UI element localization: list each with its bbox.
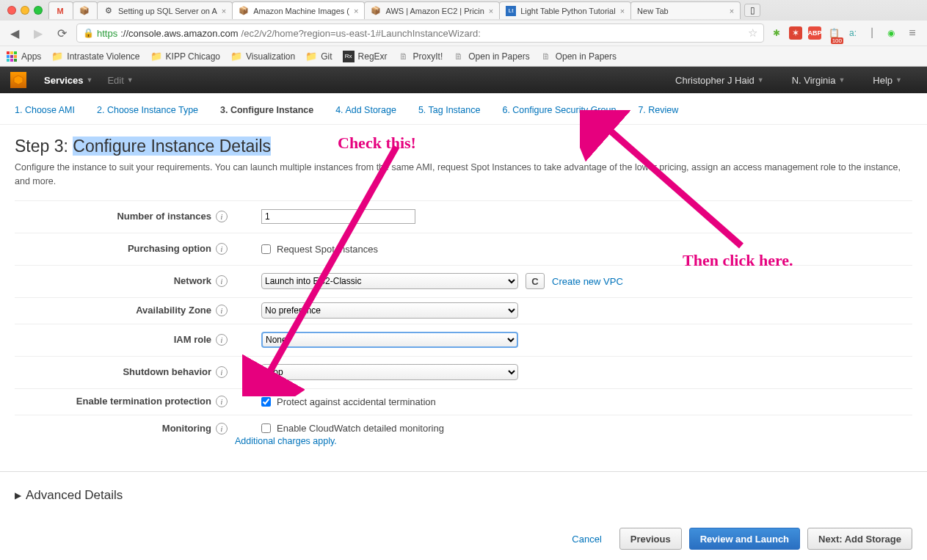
info-icon[interactable]: i <box>216 423 228 434</box>
shutdown-label: Shutdown behavior <box>123 366 211 377</box>
folder-icon: 📁 <box>150 51 162 62</box>
info-icon[interactable]: i <box>216 211 228 222</box>
info-icon[interactable]: i <box>216 366 228 378</box>
chrome-menu-icon[interactable]: ≡ <box>904 26 921 40</box>
tab-lighttable[interactable]: LtLight Table Python Tutorial× <box>499 1 631 19</box>
gmail-icon: M <box>55 6 65 16</box>
az-select[interactable]: No preference <box>261 302 518 319</box>
row-monitoring: Monitoringi Enable CloudWatch detailed m… <box>15 415 912 454</box>
close-icon[interactable]: × <box>222 7 226 15</box>
info-icon[interactable]: i <box>216 334 228 346</box>
iam-label: IAM role <box>174 334 211 345</box>
step-choose-ami[interactable]: 1. Choose AMI <box>15 105 75 115</box>
bookmark-folder[interactable]: 📁Visualization <box>230 51 295 62</box>
services-menu[interactable]: Services▼ <box>44 75 92 86</box>
termination-checkbox[interactable] <box>261 397 271 407</box>
tab-aws-pin[interactable]: 📦 <box>73 1 98 19</box>
bookmark-regexr[interactable]: RxRegExr <box>343 51 388 62</box>
bookmark-label: Visualization <box>246 51 295 62</box>
address-bar[interactable]: 🔒 https://console.aws.amazon.com/ec2/v2/… <box>76 23 764 43</box>
reload-button[interactable]: ⟳ <box>53 24 70 42</box>
tab-label: Light Table Python Tutorial <box>520 7 615 15</box>
tab-gmail[interactable]: M <box>48 1 73 19</box>
info-icon[interactable]: i <box>216 275 228 287</box>
step-prefix: Step 3: <box>15 137 73 156</box>
step-review[interactable]: 7. Review <box>638 105 678 115</box>
previous-button[interactable]: Previous <box>619 528 682 550</box>
monitoring-checkbox[interactable] <box>261 423 271 433</box>
row-az: Availability Zonei No preference <box>15 297 912 324</box>
advanced-label: Advanced Details <box>26 488 123 503</box>
close-icon[interactable]: × <box>354 7 358 15</box>
spot-checkbox-label[interactable]: Request Spot Instances <box>261 244 378 255</box>
close-icon[interactable]: × <box>620 7 625 15</box>
zoom-window-icon[interactable] <box>34 6 43 15</box>
step-add-storage[interactable]: 4. Add Storage <box>335 105 396 115</box>
evernote-icon[interactable]: ✱ <box>770 26 783 40</box>
back-button[interactable]: ◀ <box>6 24 23 42</box>
bookmark-star-icon[interactable]: ☆ <box>748 26 757 40</box>
create-vpc-link[interactable]: Create new VPC <box>552 276 623 287</box>
minimize-window-icon[interactable] <box>21 6 29 15</box>
spot-checkbox[interactable] <box>261 244 271 254</box>
info-icon[interactable]: i <box>216 305 228 316</box>
tab-ami[interactable]: 📦Amazon Machine Images (× <box>232 1 365 19</box>
info-icon[interactable]: i <box>216 243 228 255</box>
region-menu[interactable]: N. Virginia▼ <box>792 75 846 86</box>
review-launch-button[interactable]: Review and Launch <box>689 528 800 550</box>
tab-pricing[interactable]: 📦AWS | Amazon EC2 | Pricin× <box>364 1 500 19</box>
apps-button[interactable]: Apps <box>6 51 41 62</box>
ext-green-icon[interactable]: ◉ <box>884 26 898 40</box>
bookmark-label: ProxyIt! <box>413 51 443 62</box>
num-instances-label: Number of instances <box>117 211 211 222</box>
user-menu[interactable]: Christopher J Haid▼ <box>675 75 764 86</box>
iam-select[interactable]: None <box>261 332 518 348</box>
network-select[interactable]: Launch into EC2-Classic <box>261 273 518 289</box>
edit-menu[interactable]: Edit▼ <box>107 75 133 86</box>
shutdown-select[interactable]: Stop <box>261 364 518 380</box>
tab-sqlserver[interactable]: ⚙Setting up SQL Server on A× <box>97 1 233 19</box>
monitoring-checkbox-label[interactable]: Enable CloudWatch detailed monitoring <box>261 423 444 434</box>
tab-label: New Tab <box>637 7 725 15</box>
window-controls[interactable] <box>4 6 48 15</box>
calendar-icon[interactable]: 📋 <box>827 26 840 40</box>
aws-logo-icon[interactable] <box>10 72 26 88</box>
help-menu[interactable]: Help▼ <box>873 75 902 86</box>
close-icon[interactable]: × <box>730 7 734 15</box>
svg-marker-0 <box>14 76 23 84</box>
ext-icon[interactable]: ✶ <box>789 26 802 40</box>
num-instances-input[interactable] <box>261 209 415 224</box>
step-tag-instance[interactable]: 5. Tag Instance <box>418 105 481 115</box>
bookmark-papers[interactable]: 🗎Open in Papers <box>453 51 529 62</box>
tab-label: Setting up SQL Server on A <box>118 7 217 15</box>
additional-charges-link[interactable]: Additional charges apply. <box>235 436 912 446</box>
gear-icon: ⚙ <box>103 6 114 16</box>
refresh-button[interactable]: C <box>526 273 545 289</box>
adblock-icon[interactable]: ABP <box>808 26 821 40</box>
close-icon[interactable]: × <box>489 7 493 15</box>
bookmarks-bar: Apps 📁Intrastate Violence 📁KIPP Chicago … <box>0 46 927 66</box>
next-button[interactable]: Next: Add Storage <box>807 528 912 550</box>
tab-newtab[interactable]: New Tab× <box>630 1 741 19</box>
info-icon[interactable]: i <box>216 396 228 407</box>
page-description: Configure the instance to suit your requ… <box>15 161 912 189</box>
ext-pipe-icon[interactable]: ⎮ <box>865 26 879 40</box>
new-tab-button[interactable]: ▯ <box>744 4 760 17</box>
step-configure-instance[interactable]: 3. Configure Instance <box>220 105 313 115</box>
bookmark-folder[interactable]: 📁Git <box>305 51 332 62</box>
step-security-group[interactable]: 6. Configure Security Group <box>502 105 616 115</box>
bookmark-papers2[interactable]: 🗎Open in Papers <box>540 51 617 62</box>
cancel-button[interactable]: Cancel <box>561 528 611 550</box>
bookmark-proxyit[interactable]: 🗎ProxyIt! <box>398 51 443 62</box>
browser-chrome: M 📦 ⚙Setting up SQL Server on A× 📦Amazon… <box>0 0 927 67</box>
step-instance-type[interactable]: 2. Choose Instance Type <box>97 105 198 115</box>
close-window-icon[interactable] <box>7 6 16 15</box>
forward-button[interactable]: ▶ <box>29 24 47 42</box>
row-num-instances: Number of instancesi <box>15 200 912 233</box>
bookmark-folder[interactable]: 📁Intrastate Violence <box>51 51 139 62</box>
termination-checkbox-label[interactable]: Protect against accidental termination <box>261 396 436 407</box>
ext-a-icon[interactable]: a: <box>846 26 859 40</box>
az-label: Availability Zone <box>136 305 211 316</box>
advanced-details-toggle[interactable]: ▶Advanced Details <box>0 471 927 519</box>
bookmark-folder[interactable]: 📁KIPP Chicago <box>150 51 221 62</box>
